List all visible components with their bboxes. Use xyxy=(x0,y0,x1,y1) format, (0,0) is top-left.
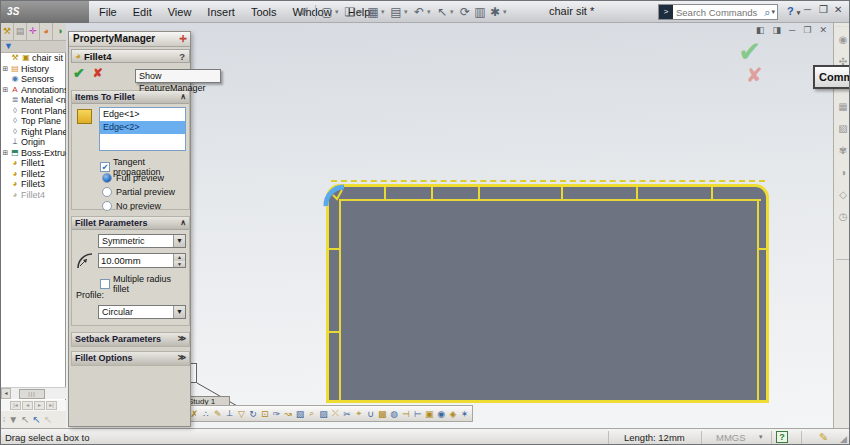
radius-spinner[interactable]: ▲▼ xyxy=(173,254,185,267)
filter-datums-icon[interactable]: ◍ xyxy=(389,409,400,419)
filter-solid-bodies-icon[interactable]: ↻ xyxy=(248,409,259,419)
restore-button[interactable]: ❐ xyxy=(819,4,828,15)
open-dropdown-caret[interactable]: ▾ xyxy=(358,8,365,16)
partial-preview-radio[interactable] xyxy=(102,187,112,197)
open-icon[interactable]: ❏ xyxy=(343,5,357,19)
scrollbar-thumb[interactable]: ||| xyxy=(19,389,45,399)
filter-dimensions-icon[interactable]: ✂ xyxy=(342,409,353,419)
tree-item-front-plane[interactable]: ◊Front Plane xyxy=(1,106,66,117)
tangent-propagation-checkbox[interactable]: ✔ xyxy=(100,162,110,172)
tree-item-right-plane[interactable]: ◊Right Plane xyxy=(1,127,66,138)
expand-icon[interactable]: ⊞ xyxy=(1,85,10,96)
custom-properties-icon[interactable]: ◇ xyxy=(837,189,849,200)
help-button[interactable]: ? ▾ xyxy=(787,5,800,17)
radius-field[interactable]: ▲▼ xyxy=(98,253,186,268)
tree-item-fillet1[interactable]: ◕Fillet1 xyxy=(1,158,66,169)
minimize-button[interactable]: ─ xyxy=(804,4,811,15)
displaymanager-tab-icon[interactable]: ◑ xyxy=(53,23,66,40)
expand-icon[interactable]: ⊞ xyxy=(1,64,10,75)
filter-notes-icon[interactable]: ▩ xyxy=(377,409,388,419)
filter-planes-icon[interactable]: ✑ xyxy=(271,409,282,419)
edges-listbox[interactable]: Edge<1> Edge<2> xyxy=(99,107,186,151)
prev-tab-icon[interactable]: ◂ xyxy=(22,401,33,410)
select-icon[interactable]: ↖ xyxy=(435,5,449,19)
profile-dropdown[interactable]: Circular ▼ xyxy=(98,305,186,319)
part-body[interactable] xyxy=(326,184,769,403)
tree-item-annotations[interactable]: ⊞AAnnotations xyxy=(1,85,66,96)
print-icon[interactable]: ▤ xyxy=(389,5,403,19)
tree-item-material[interactable]: ≣Material <n xyxy=(1,95,66,106)
print-dropdown-caret[interactable]: ▾ xyxy=(404,8,411,16)
fillet-options-header[interactable]: Fillet Options ≫ xyxy=(72,352,189,365)
search-dropdown-caret[interactable]: ▾ xyxy=(771,8,775,16)
filter-datum-targets-icon[interactable]: ⊢ xyxy=(412,409,423,419)
no-preview-row[interactable]: No preview xyxy=(102,201,161,211)
filter-misc-icon[interactable]: ✶ xyxy=(459,409,470,419)
dropdown-caret-icon[interactable]: ▼ xyxy=(173,306,185,318)
multiple-radius-row[interactable]: Multiple radius fillet xyxy=(100,274,189,294)
rebuild-icon[interactable]: ⟳ xyxy=(458,5,472,19)
view-palette-icon[interactable]: ▧ xyxy=(837,123,849,134)
tree-item-history[interactable]: ⊞▤History xyxy=(1,64,66,75)
resize-grip-icon[interactable]: ◢ xyxy=(840,434,847,444)
filter-surface-bodies-icon[interactable]: ▽ xyxy=(236,409,247,419)
status-help-icon[interactable]: ? xyxy=(776,431,788,443)
undo-dropdown-caret[interactable]: ▾ xyxy=(427,8,434,16)
tree-item-boss-extrude[interactable]: ⊞⬒Boss-Extrud xyxy=(1,148,66,159)
doc-close-icon[interactable]: ✕ xyxy=(820,25,828,35)
edge-list-item[interactable]: Edge<1> xyxy=(100,108,185,121)
cancel-button[interactable]: ✘ xyxy=(93,66,103,80)
property-manager-header[interactable]: PropertyManager ✛ xyxy=(69,32,190,47)
filter-edges-icon[interactable]: ✎ xyxy=(213,409,224,419)
menu-tools[interactable]: Tools xyxy=(243,3,285,21)
options-icon[interactable]: ✱ xyxy=(488,5,502,19)
tree-horizontal-scrollbar[interactable]: ◂ ||| xyxy=(1,387,66,399)
last-tab-icon[interactable]: ▸| xyxy=(46,401,57,410)
tree-item-top-plane[interactable]: ◊Top Plane xyxy=(1,116,66,127)
dimxpertmanager-tab-icon[interactable]: ◕ xyxy=(40,23,53,40)
task-pane-grip[interactable]: ····· xyxy=(834,23,850,29)
arrow-cursor-icon[interactable]: ↖ xyxy=(44,414,52,425)
filter-midpoints-icon[interactable]: ⌕ xyxy=(307,408,318,419)
symmetric-dropdown[interactable]: Symmetric ▼ xyxy=(98,234,186,248)
search-icon[interactable]: ⌕ xyxy=(764,6,770,19)
configurationmanager-tab-icon[interactable]: ✛ xyxy=(27,23,40,40)
scene-icon[interactable]: ◑ xyxy=(837,167,849,178)
pin-panel-icon[interactable]: ✛ xyxy=(179,32,187,46)
edge-list-item-selected[interactable]: Edge<2> xyxy=(100,121,185,134)
featuremanager-tab-icon[interactable]: ⚒ xyxy=(1,23,14,40)
menu-file[interactable]: File xyxy=(91,3,125,21)
forum-icon[interactable]: ◷ xyxy=(837,211,849,222)
dropdown-caret-icon[interactable]: ▼ xyxy=(173,235,185,247)
spin-down-icon[interactable]: ▼ xyxy=(174,261,185,268)
doc-minimize-icon[interactable]: ─ xyxy=(789,25,795,35)
close-button[interactable]: ✕ xyxy=(834,4,842,15)
filter-faces-icon[interactable]: ⟂ xyxy=(224,408,235,419)
split-horizontal-icon[interactable]: ◧ xyxy=(756,25,765,35)
first-tab-icon[interactable]: |◂ xyxy=(10,401,21,410)
tree-item-fillet4[interactable]: ◕Fillet4 xyxy=(1,190,66,201)
file-properties-icon[interactable]: ▥ xyxy=(473,5,487,19)
collapse-chevron-icon[interactable]: ∧ xyxy=(180,217,186,229)
units-caret-icon[interactable]: ▾ xyxy=(759,433,763,441)
expand-chevrons-icon[interactable]: ≫ xyxy=(178,352,186,365)
units-indicator[interactable]: MMGS xyxy=(716,432,746,443)
filter-connection-points-icon[interactable]: ◉ xyxy=(436,409,447,419)
propertymanager-tab-icon[interactable]: ▤ xyxy=(14,23,27,40)
filter-vertices-icon[interactable]: ∴ xyxy=(201,409,212,419)
options-dropdown-caret[interactable]: ▾ xyxy=(503,8,510,16)
appearances-icon[interactable]: ✾ xyxy=(837,145,849,156)
search-input[interactable] xyxy=(673,7,764,18)
expand-chevrons-icon[interactable]: ≫ xyxy=(178,333,186,346)
tree-item-part[interactable]: ⚒▣chair sit (De xyxy=(1,53,66,64)
help-dropdown-caret[interactable]: ▾ xyxy=(797,9,801,16)
filter-routing-points-icon[interactable]: ◈ xyxy=(448,409,459,419)
tree-item-origin[interactable]: ⟘Origin xyxy=(1,137,66,148)
filter-sketch-points-icon[interactable]: ↝ xyxy=(283,409,294,419)
confirm-cancel-watermark-icon[interactable]: ✘ xyxy=(746,63,763,87)
menu-edit[interactable]: Edit xyxy=(125,3,160,21)
next-tab-icon[interactable]: ▸ xyxy=(34,401,45,410)
save-dropdown-caret[interactable]: ▾ xyxy=(381,8,388,16)
undo-icon[interactable]: ↶ xyxy=(412,5,426,19)
filter-surface-finish-icon[interactable]: ⌖ xyxy=(354,408,365,419)
